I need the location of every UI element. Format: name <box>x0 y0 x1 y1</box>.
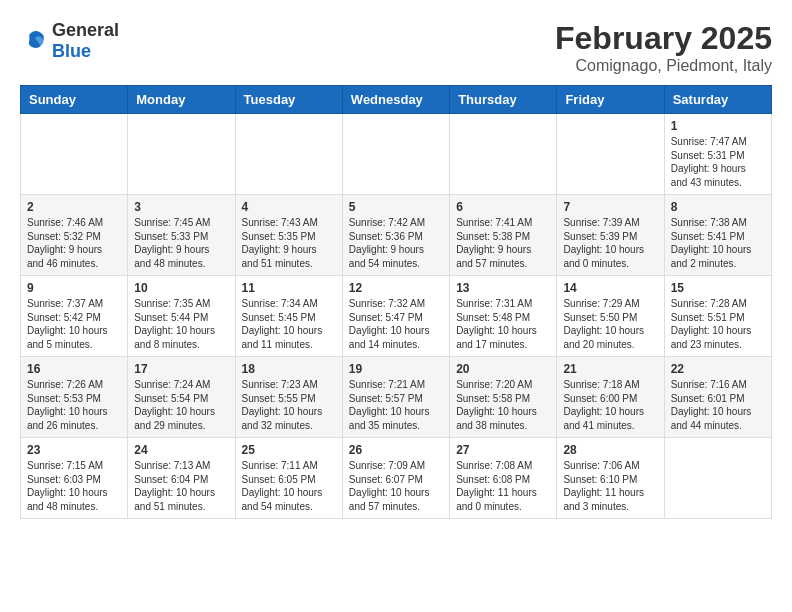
week-row-2: 2Sunrise: 7:46 AM Sunset: 5:32 PM Daylig… <box>21 195 772 276</box>
day-number: 23 <box>27 443 121 457</box>
day-number: 19 <box>349 362 443 376</box>
day-info: Sunrise: 7:21 AM Sunset: 5:57 PM Dayligh… <box>349 378 443 432</box>
day-cell: 22Sunrise: 7:16 AM Sunset: 6:01 PM Dayli… <box>664 357 771 438</box>
day-number: 10 <box>134 281 228 295</box>
day-number: 3 <box>134 200 228 214</box>
calendar-table: SundayMondayTuesdayWednesdayThursdayFrid… <box>20 85 772 519</box>
day-info: Sunrise: 7:42 AM Sunset: 5:36 PM Dayligh… <box>349 216 443 270</box>
logo-icon <box>20 27 48 55</box>
day-number: 16 <box>27 362 121 376</box>
day-info: Sunrise: 7:06 AM Sunset: 6:10 PM Dayligh… <box>563 459 657 513</box>
day-cell: 19Sunrise: 7:21 AM Sunset: 5:57 PM Dayli… <box>342 357 449 438</box>
day-cell: 4Sunrise: 7:43 AM Sunset: 5:35 PM Daylig… <box>235 195 342 276</box>
day-number: 4 <box>242 200 336 214</box>
day-info: Sunrise: 7:16 AM Sunset: 6:01 PM Dayligh… <box>671 378 765 432</box>
day-number: 1 <box>671 119 765 133</box>
day-cell <box>21 114 128 195</box>
day-number: 11 <box>242 281 336 295</box>
page-header: General Blue February 2025 Comignago, Pi… <box>20 20 772 75</box>
day-cell: 9Sunrise: 7:37 AM Sunset: 5:42 PM Daylig… <box>21 276 128 357</box>
day-info: Sunrise: 7:11 AM Sunset: 6:05 PM Dayligh… <box>242 459 336 513</box>
day-number: 13 <box>456 281 550 295</box>
day-number: 24 <box>134 443 228 457</box>
day-cell: 2Sunrise: 7:46 AM Sunset: 5:32 PM Daylig… <box>21 195 128 276</box>
day-number: 6 <box>456 200 550 214</box>
day-number: 20 <box>456 362 550 376</box>
day-number: 8 <box>671 200 765 214</box>
title-area: February 2025 Comignago, Piedmont, Italy <box>555 20 772 75</box>
day-info: Sunrise: 7:23 AM Sunset: 5:55 PM Dayligh… <box>242 378 336 432</box>
day-info: Sunrise: 7:26 AM Sunset: 5:53 PM Dayligh… <box>27 378 121 432</box>
header-cell-wednesday: Wednesday <box>342 86 449 114</box>
day-cell: 20Sunrise: 7:20 AM Sunset: 5:58 PM Dayli… <box>450 357 557 438</box>
day-info: Sunrise: 7:24 AM Sunset: 5:54 PM Dayligh… <box>134 378 228 432</box>
calendar-body: 1Sunrise: 7:47 AM Sunset: 5:31 PM Daylig… <box>21 114 772 519</box>
day-number: 25 <box>242 443 336 457</box>
day-info: Sunrise: 7:09 AM Sunset: 6:07 PM Dayligh… <box>349 459 443 513</box>
day-cell: 21Sunrise: 7:18 AM Sunset: 6:00 PM Dayli… <box>557 357 664 438</box>
day-cell <box>450 114 557 195</box>
week-row-5: 23Sunrise: 7:15 AM Sunset: 6:03 PM Dayli… <box>21 438 772 519</box>
header-cell-tuesday: Tuesday <box>235 86 342 114</box>
day-cell <box>342 114 449 195</box>
day-number: 18 <box>242 362 336 376</box>
day-cell: 17Sunrise: 7:24 AM Sunset: 5:54 PM Dayli… <box>128 357 235 438</box>
header-cell-friday: Friday <box>557 86 664 114</box>
day-cell: 28Sunrise: 7:06 AM Sunset: 6:10 PM Dayli… <box>557 438 664 519</box>
day-cell: 23Sunrise: 7:15 AM Sunset: 6:03 PM Dayli… <box>21 438 128 519</box>
day-cell: 10Sunrise: 7:35 AM Sunset: 5:44 PM Dayli… <box>128 276 235 357</box>
day-info: Sunrise: 7:37 AM Sunset: 5:42 PM Dayligh… <box>27 297 121 351</box>
day-cell <box>235 114 342 195</box>
day-cell: 13Sunrise: 7:31 AM Sunset: 5:48 PM Dayli… <box>450 276 557 357</box>
day-number: 22 <box>671 362 765 376</box>
day-number: 7 <box>563 200 657 214</box>
week-row-1: 1Sunrise: 7:47 AM Sunset: 5:31 PM Daylig… <box>21 114 772 195</box>
logo-general: General <box>52 20 119 40</box>
location-title: Comignago, Piedmont, Italy <box>555 57 772 75</box>
day-cell: 6Sunrise: 7:41 AM Sunset: 5:38 PM Daylig… <box>450 195 557 276</box>
day-info: Sunrise: 7:39 AM Sunset: 5:39 PM Dayligh… <box>563 216 657 270</box>
logo-blue: Blue <box>52 41 91 61</box>
day-info: Sunrise: 7:31 AM Sunset: 5:48 PM Dayligh… <box>456 297 550 351</box>
day-cell: 8Sunrise: 7:38 AM Sunset: 5:41 PM Daylig… <box>664 195 771 276</box>
header-row: SundayMondayTuesdayWednesdayThursdayFrid… <box>21 86 772 114</box>
day-cell: 25Sunrise: 7:11 AM Sunset: 6:05 PM Dayli… <box>235 438 342 519</box>
day-info: Sunrise: 7:46 AM Sunset: 5:32 PM Dayligh… <box>27 216 121 270</box>
month-title: February 2025 <box>555 20 772 57</box>
calendar-header: SundayMondayTuesdayWednesdayThursdayFrid… <box>21 86 772 114</box>
day-number: 27 <box>456 443 550 457</box>
day-cell: 7Sunrise: 7:39 AM Sunset: 5:39 PM Daylig… <box>557 195 664 276</box>
day-info: Sunrise: 7:15 AM Sunset: 6:03 PM Dayligh… <box>27 459 121 513</box>
day-cell: 27Sunrise: 7:08 AM Sunset: 6:08 PM Dayli… <box>450 438 557 519</box>
day-info: Sunrise: 7:45 AM Sunset: 5:33 PM Dayligh… <box>134 216 228 270</box>
day-number: 21 <box>563 362 657 376</box>
day-number: 15 <box>671 281 765 295</box>
day-cell <box>128 114 235 195</box>
header-cell-monday: Monday <box>128 86 235 114</box>
day-info: Sunrise: 7:20 AM Sunset: 5:58 PM Dayligh… <box>456 378 550 432</box>
day-cell: 24Sunrise: 7:13 AM Sunset: 6:04 PM Dayli… <box>128 438 235 519</box>
day-cell: 5Sunrise: 7:42 AM Sunset: 5:36 PM Daylig… <box>342 195 449 276</box>
day-cell: 14Sunrise: 7:29 AM Sunset: 5:50 PM Dayli… <box>557 276 664 357</box>
day-number: 26 <box>349 443 443 457</box>
day-info: Sunrise: 7:28 AM Sunset: 5:51 PM Dayligh… <box>671 297 765 351</box>
week-row-3: 9Sunrise: 7:37 AM Sunset: 5:42 PM Daylig… <box>21 276 772 357</box>
day-cell: 15Sunrise: 7:28 AM Sunset: 5:51 PM Dayli… <box>664 276 771 357</box>
day-number: 2 <box>27 200 121 214</box>
day-info: Sunrise: 7:47 AM Sunset: 5:31 PM Dayligh… <box>671 135 765 189</box>
day-number: 9 <box>27 281 121 295</box>
day-info: Sunrise: 7:41 AM Sunset: 5:38 PM Dayligh… <box>456 216 550 270</box>
day-cell: 3Sunrise: 7:45 AM Sunset: 5:33 PM Daylig… <box>128 195 235 276</box>
day-cell: 1Sunrise: 7:47 AM Sunset: 5:31 PM Daylig… <box>664 114 771 195</box>
day-cell: 18Sunrise: 7:23 AM Sunset: 5:55 PM Dayli… <box>235 357 342 438</box>
day-cell: 11Sunrise: 7:34 AM Sunset: 5:45 PM Dayli… <box>235 276 342 357</box>
header-cell-saturday: Saturday <box>664 86 771 114</box>
day-number: 5 <box>349 200 443 214</box>
week-row-4: 16Sunrise: 7:26 AM Sunset: 5:53 PM Dayli… <box>21 357 772 438</box>
day-number: 17 <box>134 362 228 376</box>
day-info: Sunrise: 7:13 AM Sunset: 6:04 PM Dayligh… <box>134 459 228 513</box>
header-cell-thursday: Thursday <box>450 86 557 114</box>
day-cell: 26Sunrise: 7:09 AM Sunset: 6:07 PM Dayli… <box>342 438 449 519</box>
day-info: Sunrise: 7:34 AM Sunset: 5:45 PM Dayligh… <box>242 297 336 351</box>
logo: General Blue <box>20 20 119 62</box>
